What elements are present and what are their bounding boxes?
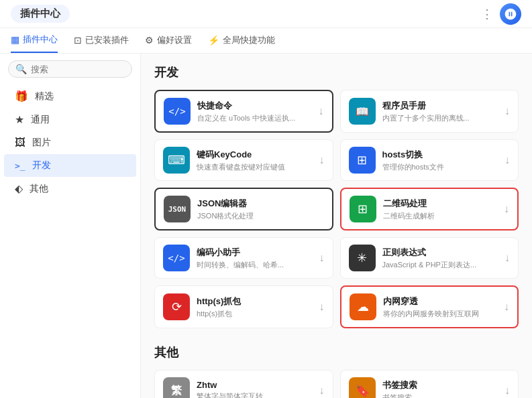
tab-preferences[interactable]: ⚙ 偏好设置 — [145, 28, 192, 53]
regex-icon: ✳ — [349, 245, 376, 271]
dev-plugin-grid: </> 快捷命令 自定义在 uTools 中快速运执... ↓ 📖 程序员手册 … — [154, 90, 519, 328]
quick-command-info: 快捷命令 自定义在 uTools 中快速运执... — [197, 100, 312, 123]
installed-icon: ⊡ — [74, 35, 82, 46]
sidebar-item-featured[interactable]: 🎁 精选 — [4, 84, 136, 108]
intranet-icon: ☁ — [350, 293, 376, 320]
code-helper-icon: </> — [163, 245, 190, 271]
top-bar-right: ⋮ — [481, 3, 521, 25]
code-helper-info: 编码小助手 时间转换、编解码、哈希... — [197, 247, 313, 270]
search-icon: 🔍 — [15, 64, 27, 74]
images-icon: 🖼 — [15, 137, 25, 149]
sidebar-item-dev[interactable]: >_ 开发 — [4, 154, 136, 177]
download-keycode-icon[interactable]: ↓ — [319, 154, 325, 166]
other-icon: ⬖ — [15, 182, 23, 195]
download-hosts-icon[interactable]: ↓ — [504, 154, 510, 166]
plugin-bookmark-search[interactable]: 🔖 书签搜索 书签搜索 ↓ — [340, 370, 519, 398]
download-code-helper-icon[interactable]: ↓ — [319, 252, 325, 264]
json-editor-icon: JSON — [164, 196, 191, 222]
download-quick-command-icon[interactable]: ↓ — [319, 105, 324, 117]
main-layout: 🔍 🎁 精选 ★ 通用 🖼 图片 >_ 开发 ⬖ 其他 开发 — [0, 54, 532, 398]
json-editor-info: JSON编辑器 JSON格式化处理 — [197, 198, 324, 221]
download-handbook-icon[interactable]: ↓ — [504, 105, 510, 117]
plugin-json-editor[interactable]: JSON JSON编辑器 JSON格式化处理 — [154, 188, 333, 230]
download-bookmark-icon[interactable]: ↓ — [504, 385, 510, 397]
content-area: 开发 </> 快捷命令 自定义在 uTools 中快速运执... ↓ 📖 程序员… — [141, 54, 532, 398]
download-http-capture-icon[interactable]: ↓ — [319, 301, 325, 313]
hosts-switch-icon: ⊞ — [349, 147, 376, 174]
bookmark-search-info: 书签搜索 书签搜索 — [382, 379, 498, 399]
plugin-zhtw[interactable]: 繁 Zhtw 繁体字与简体字互转 ↓ — [154, 370, 333, 398]
plugin-qrcode[interactable]: ⊞ 二维码处理 二维码生成解析 ↓ — [340, 188, 519, 230]
intranet-info: 内网穿透 将你的内网服务映射到互联网 — [383, 295, 498, 319]
sidebar-item-images[interactable]: 🖼 图片 — [4, 131, 136, 154]
other-plugin-grid: 繁 Zhtw 繁体字与简体字互转 ↓ 🔖 书签搜索 书签搜索 ↓ — [154, 370, 519, 398]
download-regex-icon[interactable]: ↓ — [504, 252, 510, 264]
download-qrcode-icon[interactable]: ↓ — [504, 203, 509, 215]
plugin-programmer-handbook[interactable]: 📖 程序员手册 内置了十多个实用的离线... ↓ — [340, 90, 519, 133]
plugin-http-capture[interactable]: ⟳ http(s)抓包 http(s)抓包 ↓ — [154, 285, 333, 328]
qrcode-icon: ⊞ — [350, 196, 376, 222]
preferences-icon: ⚙ — [145, 35, 154, 46]
sidebar: 🔍 🎁 精选 ★ 通用 🖼 图片 >_ 开发 ⬖ 其他 — [0, 54, 141, 398]
tab-shortcuts[interactable]: ⚡ 全局快捷功能 — [208, 28, 275, 53]
qrcode-info: 二维码处理 二维码生成解析 — [383, 198, 498, 221]
tab-plugin-center[interactable]: ▦ 插件中心 — [11, 28, 58, 53]
tab-installed[interactable]: ⊡ 已安装插件 — [74, 28, 129, 53]
plugin-code-helper[interactable]: </> 编码小助手 时间转换、编解码、哈希... ↓ — [154, 237, 333, 279]
nav-tabs: ▦ 插件中心 ⊡ 已安装插件 ⚙ 偏好设置 ⚡ 全局快捷功能 — [0, 28, 532, 54]
zhtw-info: Zhtw 繁体字与简体字互转 — [197, 380, 313, 398]
keycode-icon: ⌨ — [163, 147, 190, 174]
bookmark-search-icon: 🔖 — [349, 377, 376, 398]
sidebar-item-common[interactable]: ★ 通用 — [4, 108, 136, 131]
search-input[interactable] — [31, 64, 125, 74]
common-icon: ★ — [15, 113, 24, 126]
sidebar-item-other[interactable]: ⬖ 其他 — [4, 177, 136, 200]
shortcuts-icon: ⚡ — [208, 35, 219, 46]
search-box[interactable]: 🔍 — [8, 60, 132, 78]
regex-info: 正则表达式 JavaScript & PHP正则表达... — [382, 247, 498, 270]
plugin-keycode[interactable]: ⌨ 键码KeyCode 快速查看键盘按键对应键值 ↓ — [154, 139, 333, 181]
keycode-info: 键码KeyCode 快速查看键盘按键对应键值 — [197, 149, 313, 172]
dev-icon: >_ — [15, 161, 25, 171]
featured-icon: 🎁 — [15, 90, 28, 103]
top-bar: 插件中心 ⋮ — [0, 0, 532, 28]
download-zhtw-icon[interactable]: ↓ — [319, 385, 325, 397]
hosts-switch-info: hosts切换 管理你的hosts文件 — [382, 149, 498, 172]
programmer-handbook-icon: 📖 — [349, 98, 376, 125]
app-title: 插件中心 — [11, 5, 70, 23]
http-capture-info: http(s)抓包 http(s)抓包 — [197, 295, 313, 319]
quick-command-icon: </> — [164, 98, 191, 125]
programmer-handbook-info: 程序员手册 内置了十多个实用的离线... — [382, 100, 498, 123]
plugin-quick-command[interactable]: </> 快捷命令 自定义在 uTools 中快速运执... ↓ — [154, 90, 333, 133]
download-intranet-icon[interactable]: ↓ — [504, 301, 509, 313]
other-section-title: 其他 — [154, 344, 519, 360]
more-options-icon[interactable]: ⋮ — [481, 7, 493, 21]
zhtw-icon: 繁 — [163, 377, 190, 398]
dev-section-title: 开发 — [154, 64, 519, 80]
plugin-intranet[interactable]: ☁ 内网穿透 将你的内网服务映射到互联网 ↓ — [340, 285, 519, 328]
plugin-center-icon: ▦ — [11, 34, 19, 45]
plugin-regex[interactable]: ✳ 正则表达式 JavaScript & PHP正则表达... ↓ — [340, 237, 519, 279]
brand-logo — [500, 3, 521, 25]
http-capture-icon: ⟳ — [163, 293, 190, 320]
plugin-hosts-switch[interactable]: ⊞ hosts切换 管理你的hosts文件 ↓ — [340, 139, 519, 181]
